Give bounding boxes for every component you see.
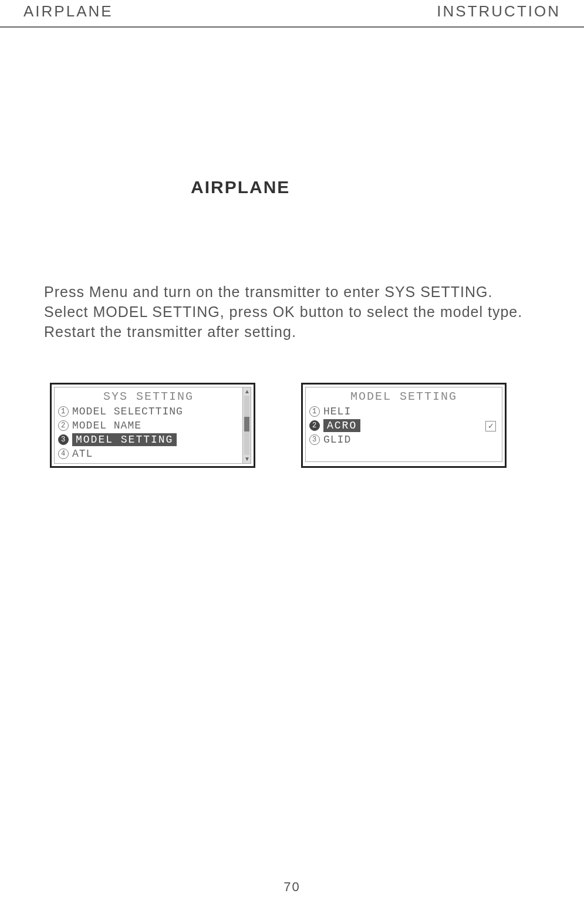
scroll-up-icon: ▲ xyxy=(244,389,249,394)
menu-label: MODEL NAME xyxy=(72,420,141,431)
body-line-3: Restart the transmitter after setting. xyxy=(44,322,546,342)
menu-item-heli: 1 HELI xyxy=(309,404,498,419)
section-title: AIRPLANE xyxy=(191,177,584,197)
screen-content: MODEL SETTING 1 HELI 2 ACRO 3 GLID xyxy=(306,387,502,461)
instruction-body: Press Menu and turn on the transmitter t… xyxy=(44,282,546,342)
menu-item-acro: 2 ACRO xyxy=(309,419,498,433)
menu-label: ACRO xyxy=(323,419,360,432)
screen-inner: MODEL SETTING 1 HELI 2 ACRO 3 GLID xyxy=(305,387,502,462)
menu-item-glid: 3 GLID xyxy=(309,433,498,447)
menu-item-model-selecting: 1 MODEL SELECTTING xyxy=(58,404,239,419)
menu-label: GLID xyxy=(323,434,351,446)
menu-list-sys: 1 MODEL SELECTTING 2 MODEL NAME 3 MODEL … xyxy=(58,404,239,461)
screen-title-sys: SYS SETTING xyxy=(58,390,239,403)
num-circle-icon: 1 xyxy=(309,406,320,417)
num-circle-icon: 4 xyxy=(58,448,69,459)
scroll-thumb xyxy=(244,417,249,431)
page-header: AIRPLANE INSTRUCTION xyxy=(0,2,584,28)
screen-sys-setting: SYS SETTING 1 MODEL SELECTTING 2 MODEL N… xyxy=(50,383,255,468)
num-circle-icon: 1 xyxy=(58,406,69,417)
screen-content: SYS SETTING 1 MODEL SELECTTING 2 MODEL N… xyxy=(55,387,242,463)
body-line-1: Press Menu and turn on the transmitter t… xyxy=(44,282,546,302)
num-circle-icon: 3 xyxy=(309,434,320,445)
checkbox-container: ✓ xyxy=(485,420,496,431)
header-right: INSTRUCTION xyxy=(437,2,561,21)
num-circle-icon: 2 xyxy=(58,420,69,431)
lcd-screens: SYS SETTING 1 MODEL SELECTTING 2 MODEL N… xyxy=(50,383,584,468)
menu-item-atl: 4 ATL xyxy=(58,447,239,461)
screen-model-setting: MODEL SETTING 1 HELI 2 ACRO 3 GLID xyxy=(301,383,507,468)
menu-label: ATL xyxy=(72,448,93,460)
menu-label: HELI xyxy=(323,406,351,417)
scroll-down-icon: ▼ xyxy=(244,456,249,462)
check-icon: ✓ xyxy=(485,421,496,431)
menu-label: MODEL SETTING xyxy=(72,433,177,446)
body-line-2: Select MODEL SETTING, press OK button to… xyxy=(44,302,546,322)
page-number: 70 xyxy=(283,879,300,895)
screen-title-model: MODEL SETTING xyxy=(309,390,498,403)
header-left: AIRPLANE xyxy=(23,2,113,21)
num-circle-icon: 3 xyxy=(58,434,69,445)
scrollbar: ▲ ▼ xyxy=(242,387,251,463)
menu-item-model-setting: 3 MODEL SETTING xyxy=(58,433,239,447)
scroll-track xyxy=(244,396,249,455)
num-circle-icon: 2 xyxy=(309,420,320,431)
screen-inner: SYS SETTING 1 MODEL SELECTTING 2 MODEL N… xyxy=(54,387,251,464)
menu-list-model: 1 HELI 2 ACRO 3 GLID xyxy=(309,404,498,447)
menu-item-model-name: 2 MODEL NAME xyxy=(58,419,239,433)
menu-label: MODEL SELECTTING xyxy=(72,406,183,417)
